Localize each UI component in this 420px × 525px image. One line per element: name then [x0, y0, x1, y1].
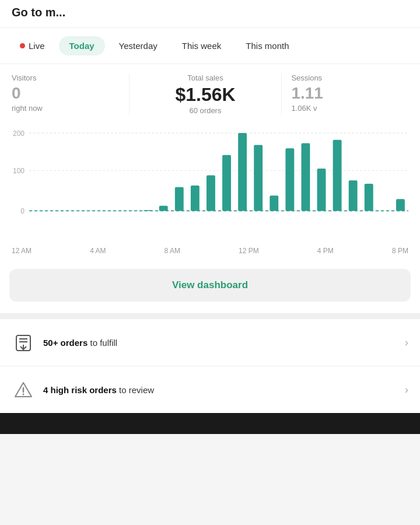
chart-section: 200 100 0 12 AM 4 AM 8 AM 12 PM 4 PM 8 P…: [0, 115, 420, 263]
tab-today[interactable]: Today: [59, 36, 105, 55]
svg-text:200: 200: [13, 129, 24, 138]
tab-today-label: Today: [69, 41, 94, 51]
visitors-sub: right now: [12, 104, 123, 113]
svg-text:100: 100: [13, 167, 24, 176]
orders-icon: [12, 331, 35, 354]
svg-rect-11: [206, 176, 215, 211]
visitors-value: 0: [12, 85, 123, 103]
svg-rect-13: [238, 133, 247, 211]
svg-rect-18: [317, 169, 326, 211]
sessions-label: Sessions: [291, 74, 402, 82]
svg-rect-12: [222, 155, 231, 211]
sessions-stat: Sessions 1.11 1.06K v: [282, 74, 408, 113]
svg-rect-22: [396, 199, 405, 211]
warning-icon: [12, 378, 35, 401]
tab-this-week-label: This week: [182, 41, 222, 51]
svg-rect-21: [365, 184, 373, 211]
total-sales-label: Total sales: [139, 74, 272, 82]
high-risk-orders-item[interactable]: 4 high risk orders to review ›: [0, 366, 420, 413]
high-risk-text: 4 high risk orders to review: [43, 384, 405, 396]
tab-yesterday-label: Yesterday: [119, 41, 158, 51]
svg-rect-14: [254, 145, 262, 211]
svg-point-28: [23, 394, 24, 396]
tab-this-week[interactable]: This week: [172, 36, 232, 55]
orders-chevron-icon: ›: [405, 337, 408, 349]
chart-x-labels: 12 AM 4 AM 8 AM 12 PM 4 PM 8 PM: [12, 243, 408, 257]
svg-rect-7: [144, 210, 152, 211]
svg-rect-20: [349, 180, 358, 211]
x-label-8pm: 8 PM: [392, 247, 408, 255]
orders-fulfill-item[interactable]: 50+ orders to fulfill ›: [0, 319, 420, 366]
chart-container: 200 100 0: [12, 127, 408, 243]
x-label-4pm: 4 PM: [317, 247, 334, 255]
tab-this-month[interactable]: This month: [235, 36, 299, 55]
svg-rect-15: [270, 196, 278, 211]
total-sales-value: $1.56K: [139, 85, 272, 105]
top-bar: Go to m...: [0, 0, 420, 28]
svg-rect-10: [191, 186, 200, 211]
total-sales-sub: 60 orders: [139, 106, 272, 115]
view-dashboard-button[interactable]: View dashboard: [9, 269, 411, 302]
stats-section: Visitors 0 right now Total sales $1.56K …: [0, 64, 420, 115]
top-bar-title: Go to m...: [12, 6, 65, 19]
tab-yesterday[interactable]: Yesterday: [108, 36, 168, 55]
svg-rect-8: [159, 206, 168, 211]
sessions-value: 1.11: [291, 85, 402, 103]
x-label-8am: 8 AM: [164, 247, 180, 255]
bottom-bar: [0, 413, 420, 434]
high-risk-bold: 4 high risk orders: [43, 385, 117, 395]
x-label-12am: 12 AM: [12, 247, 32, 255]
tab-live-label: Live: [29, 41, 45, 51]
sessions-sub: 1.06K v: [291, 104, 402, 113]
orders-fulfill-bold: 50+ orders: [43, 338, 88, 348]
x-label-4am: 4 AM: [90, 247, 106, 255]
tab-this-month-label: This month: [246, 41, 289, 51]
total-sales-stat: Total sales $1.56K 60 orders: [129, 74, 282, 115]
x-label-12pm: 12 PM: [239, 247, 259, 255]
section-separator: [0, 313, 420, 319]
high-risk-rest: to review: [117, 385, 154, 395]
orders-fulfill-rest: to fulfill: [88, 338, 117, 348]
svg-rect-9: [175, 187, 184, 211]
svg-rect-16: [285, 148, 294, 211]
live-dot-icon: [20, 43, 25, 48]
visitors-stat: Visitors 0 right now: [12, 74, 129, 113]
list-section: 50+ orders to fulfill › 4 high risk orde…: [0, 319, 420, 413]
orders-fulfill-text: 50+ orders to fulfill: [43, 337, 405, 349]
visitors-label: Visitors: [12, 74, 123, 82]
svg-rect-19: [333, 140, 342, 211]
filter-tabs-container: Live Today Yesterday This week This mont…: [0, 28, 420, 64]
tab-live[interactable]: Live: [9, 36, 55, 55]
svg-text:0: 0: [20, 207, 24, 216]
high-risk-chevron-icon: ›: [405, 384, 408, 396]
dashboard-btn-wrap: View dashboard: [0, 263, 420, 313]
chart-svg: 200 100 0: [12, 127, 408, 243]
svg-rect-17: [302, 144, 310, 211]
